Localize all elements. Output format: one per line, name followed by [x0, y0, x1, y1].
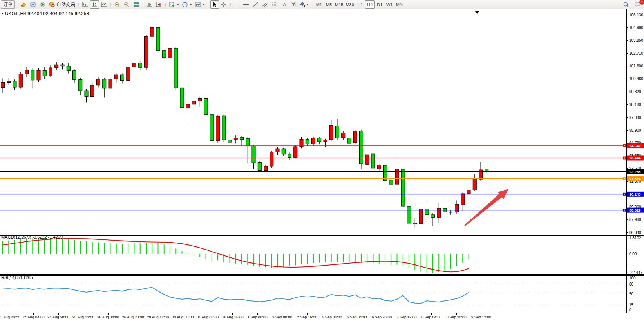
- line-chart-type-icon[interactable]: [99, 0, 109, 9]
- time-axis-label: 2 Sep 16:00: [297, 315, 317, 319]
- candle-down: [103, 79, 106, 88]
- candle-up: [467, 190, 470, 194]
- text-label-tool-icon[interactable]: [289, 0, 298, 9]
- candle-down: [371, 154, 375, 168]
- timeframe-h4[interactable]: H4: [365, 0, 375, 9]
- candle-up: [1, 83, 5, 88]
- time-axis-label: 9 Sep 12:00: [471, 315, 491, 319]
- macd-axis-label: 0.00: [629, 252, 637, 256]
- timeframe-mn[interactable]: MN: [394, 0, 404, 9]
- candle-down: [258, 162, 261, 170]
- timeframe-d1[interactable]: D1: [375, 0, 385, 9]
- search-icon[interactable]: [622, 1, 631, 9]
- candle-up: [150, 28, 154, 37]
- price-axis-label: 104.990: [629, 25, 644, 30]
- zoom-out-icon[interactable]: [122, 0, 131, 9]
- candle-down: [306, 139, 309, 144]
- price-axis-label: 86.840: [629, 230, 641, 235]
- new-chart-button[interactable]: [168, 0, 180, 9]
- order-button[interactable]: 订单: [1, 0, 15, 9]
- candle-up: [19, 74, 22, 87]
- chart-canvas[interactable]: 106.130104.990103.850102.710101.600100.4…: [0, 9, 644, 320]
- toolbar-separator: [207, 1, 209, 9]
- level-badge-text: 91.624: [629, 176, 641, 181]
- dropdown-arrow-icon: [203, 4, 205, 5]
- candle-down: [407, 206, 411, 223]
- time-axis: 23 Aug 202224 Aug 04:0024 Aug 20:0025 Au…: [0, 313, 491, 319]
- timeframe-bar: M1M5M15M30H1H4D1W1MN: [314, 0, 404, 9]
- candle-up: [329, 125, 333, 140]
- timeframe-m15[interactable]: M15: [334, 0, 344, 9]
- rsi-axis-label: 100: [629, 276, 636, 280]
- candle-down: [228, 140, 232, 142]
- dropdown-arrow-icon: [177, 4, 179, 5]
- price-axis-label: 103.850: [629, 38, 644, 43]
- timeframe-m5[interactable]: M5: [324, 0, 334, 9]
- chart-window-icon[interactable]: [29, 0, 38, 9]
- channel-tool-icon[interactable]: E: [260, 0, 270, 9]
- rsi-panel: 1008050150: [0, 276, 636, 312]
- candle-down: [67, 66, 70, 71]
- candle-down: [347, 138, 351, 143]
- cursor-tool-icon[interactable]: [210, 0, 219, 9]
- candle-up: [377, 165, 381, 169]
- timeframe-m1[interactable]: M1: [314, 0, 324, 9]
- macd-axis-label: -2.1447: [629, 271, 642, 275]
- horizontal-line-tool-icon[interactable]: [242, 0, 251, 9]
- time-axis-label: 5 Sep 08:00: [322, 315, 342, 319]
- toolbar-separator: [165, 1, 166, 9]
- candle-down: [485, 170, 488, 171]
- candle-down: [401, 169, 405, 206]
- new-order-icon[interactable]: [19, 0, 28, 9]
- price-axis-label: 98.180: [629, 102, 641, 107]
- auto-scroll-icon[interactable]: [145, 0, 154, 9]
- candle-down: [413, 223, 417, 224]
- price-axis-label: 95.900: [629, 128, 641, 133]
- shapes-tool-button[interactable]: [298, 0, 310, 9]
- one-click-trading-expander-icon[interactable]: ▼: [1, 12, 4, 15]
- candle-up: [234, 138, 237, 139]
- price-axis-label: 102.710: [629, 51, 644, 56]
- time-axis-label: 31 Aug 16:00: [222, 315, 244, 319]
- zoom-in-icon[interactable]: [113, 0, 122, 9]
- candle-up: [109, 79, 112, 88]
- toolbar-separator: [311, 1, 313, 9]
- rsi-indicator-label: RSI(14) 54.1265: [1, 275, 33, 280]
- candlestick-chart-type-icon[interactable]: [90, 0, 99, 9]
- timeframe-h1[interactable]: H1: [355, 0, 365, 9]
- price-axis-label: 101.600: [629, 64, 644, 68]
- rsi-axis-label: 80: [629, 282, 634, 286]
- vertical-line-tool-icon[interactable]: [233, 0, 241, 9]
- period-button[interactable]: [181, 0, 193, 9]
- crosshair-tool-icon[interactable]: [219, 0, 228, 9]
- timeframe-m30[interactable]: M30: [344, 0, 355, 9]
- candle-up: [216, 116, 220, 141]
- candle-up: [97, 79, 100, 85]
- candle-up: [114, 75, 118, 79]
- notifications-chat-icon[interactable]: 1: [633, 1, 642, 9]
- candle-up: [365, 155, 369, 164]
- bar-chart-type-icon[interactable]: [81, 0, 90, 9]
- macd-panel: 1.81020.00-2.1447: [3, 236, 642, 275]
- time-axis-label: 30 Aug 08:00: [172, 315, 194, 319]
- candle-up: [276, 149, 279, 152]
- rsi-axis-label: 15: [629, 303, 634, 307]
- timeframe-w1[interactable]: W1: [385, 0, 394, 9]
- template-button[interactable]: [194, 0, 206, 9]
- text-tool-icon[interactable]: A: [280, 0, 289, 9]
- toolbar-separator: [110, 1, 112, 9]
- candle-up: [132, 63, 136, 67]
- line-handle-dot: [624, 145, 625, 146]
- market-watch-icon[interactable]: [38, 0, 47, 9]
- time-axis-label: 2 Sep 00:00: [272, 315, 292, 319]
- price-axis-label: 106.130: [629, 13, 644, 17]
- chart-shift-marker-icon[interactable]: [475, 11, 479, 14]
- fibonacci-tool-icon[interactable]: F: [270, 0, 280, 9]
- tile-windows-icon[interactable]: [132, 0, 141, 9]
- trendline-tool-icon[interactable]: [251, 0, 260, 9]
- candle-down: [85, 91, 88, 96]
- autotrading-button[interactable]: 自动交易: [47, 0, 76, 9]
- candle-up: [55, 65, 58, 68]
- candle-up: [455, 204, 459, 212]
- chart-shift-icon[interactable]: [154, 0, 163, 9]
